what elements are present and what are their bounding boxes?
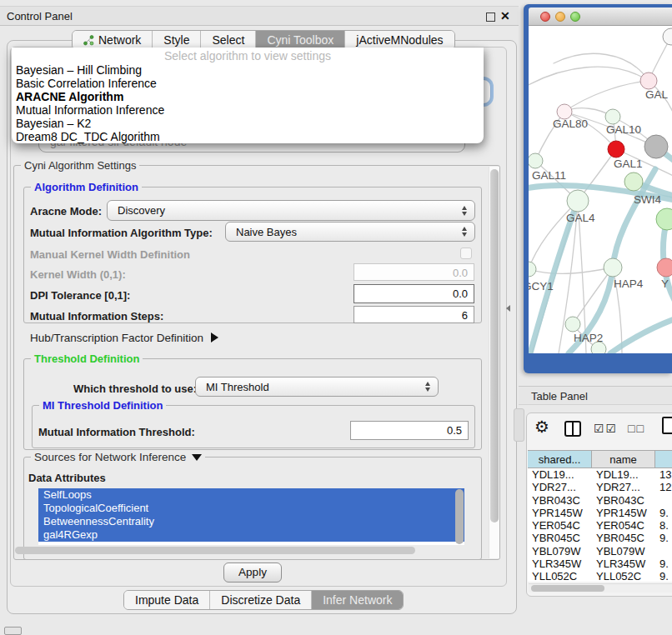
algorithm-option-aracne-algorithm[interactable]: ARACNE Algorithm bbox=[12, 90, 484, 103]
column-layout-icon[interactable] bbox=[564, 421, 581, 437]
table-row[interactable]: YBR045CYBR045C9. bbox=[528, 532, 672, 544]
algorithm-option-bayesian-k2[interactable]: Bayesian – K2 bbox=[12, 117, 484, 130]
network-window-titlebar bbox=[529, 8, 672, 26]
data-attribute-option-selfloops[interactable]: SelfLoops bbox=[38, 488, 464, 502]
table-row[interactable]: YDL19...YDL19...13 bbox=[528, 468, 672, 481]
gear-icon[interactable]: ⚙ bbox=[534, 418, 549, 435]
tab-cyni-toolbox-label: Cyni Toolbox bbox=[267, 33, 333, 47]
data-attribute-option-gal4rgexp[interactable]: gal4RGexp bbox=[38, 528, 464, 542]
aracne-mode-label: Aracne Mode: bbox=[30, 205, 102, 218]
tab-style[interactable]: Style bbox=[153, 31, 201, 49]
column-header-shared[interactable]: shared... bbox=[528, 450, 592, 468]
network-node-gal1[interactable] bbox=[608, 141, 624, 158]
table-cell bbox=[655, 494, 672, 507]
settings-scrollbar-thumb[interactable] bbox=[490, 169, 499, 522]
tab-select-label: Select bbox=[212, 33, 244, 47]
network-canvas[interactable]: GALGAL80GAL10GAL1GAL11SWI4GAL4GCY1HAP4YH… bbox=[529, 26, 672, 353]
attributes-vertical-scrollbar[interactable] bbox=[455, 489, 464, 544]
tab-jactivemnodules[interactable]: jActiveMNodules bbox=[345, 31, 454, 49]
which-threshold-label: Which threshold to use: bbox=[73, 382, 197, 395]
table-cell: YBL079W bbox=[592, 545, 655, 558]
kernel-width-field[interactable]: 0.0 bbox=[354, 263, 474, 281]
settings-group-title: Cyni Algorithm Settings bbox=[21, 159, 139, 172]
mi-type-label: Mutual Information Algorithm Type: bbox=[30, 227, 213, 239]
splitter-handle[interactable] bbox=[514, 408, 524, 442]
hub-definition-expander[interactable]: Hub/Transcription Factor Definition bbox=[30, 332, 218, 344]
table-panel-titlebar: Table Panel bbox=[519, 386, 672, 405]
table-row[interactable]: YER054CYER054C8. bbox=[528, 519, 672, 532]
data-attribute-option-betweennesscentrality[interactable]: BetweennessCentrality bbox=[38, 515, 464, 528]
node-attribute-table: shared...nameYDL19...YDL19...13YDR27...Y… bbox=[528, 450, 672, 582]
table-hscroll-thumb[interactable] bbox=[531, 585, 604, 592]
network-node-gal4[interactable] bbox=[567, 190, 589, 212]
table-cell: YBR043C bbox=[592, 494, 655, 507]
table-row[interactable]: YDR27...YDR27...12 bbox=[528, 481, 672, 493]
tab-discretize-data[interactable]: Discretize Data bbox=[210, 591, 312, 609]
mi-steps-field[interactable]: 6 bbox=[354, 306, 474, 323]
table-row[interactable]: YBR043CYBR043C bbox=[528, 494, 672, 507]
minimize-traffic-light-icon[interactable] bbox=[555, 12, 565, 22]
select-all-checkboxes-icon[interactable]: ☑☑ bbox=[594, 422, 618, 435]
close-icon[interactable]: ✕ bbox=[500, 9, 510, 22]
algorithm-option-basic-correlation-inference[interactable]: Basic Correlation Inference bbox=[12, 77, 484, 90]
network-node-gal11[interactable] bbox=[529, 153, 543, 168]
kernel-width-label: Kernel Width (0,1): bbox=[30, 268, 126, 281]
algorithm-option-bayesian-hill-climbing[interactable]: Bayesian – Hill Climbing bbox=[12, 63, 484, 77]
table-row[interactable]: YBL079WYBL079W bbox=[528, 545, 672, 558]
attributes-horizontal-scrollbar[interactable] bbox=[15, 547, 415, 554]
network-node-gcy1[interactable] bbox=[529, 262, 536, 277]
threshold-combobox[interactable]: MI Threshold bbox=[195, 377, 439, 397]
manual-kernel-checkbox[interactable] bbox=[460, 248, 472, 259]
network-node[interactable] bbox=[644, 135, 668, 158]
data-attributes-list[interactable]: SelfLoopsTopologicalCoefficientBetweenne… bbox=[38, 488, 464, 545]
splitter-collapse-icon[interactable] bbox=[506, 305, 510, 312]
float-panel-icon[interactable] bbox=[486, 12, 495, 22]
node-label-gal4: GAL4 bbox=[566, 212, 595, 224]
aracne-mode-combobox[interactable]: Discovery bbox=[107, 200, 475, 221]
bottom-tabs: Impute DataDiscretize DataInfer Network bbox=[123, 590, 404, 610]
threshold-combobox-value: MI Threshold bbox=[206, 381, 269, 393]
tab-cyni-toolbox[interactable]: Cyni Toolbox bbox=[256, 31, 345, 49]
column-header-name[interactable]: name bbox=[592, 450, 655, 468]
apply-button[interactable]: Apply bbox=[223, 562, 282, 582]
tab-impute-data[interactable]: Impute Data bbox=[124, 591, 210, 609]
network-node-gal10[interactable] bbox=[605, 109, 620, 124]
node-label-swi4: SWI4 bbox=[634, 193, 661, 206]
table-cell: 9. bbox=[655, 507, 672, 519]
node-label-gcy1: GCY1 bbox=[529, 280, 554, 292]
table-cell: 13 bbox=[655, 468, 672, 481]
data-attribute-option-topologicalcoefficient[interactable]: TopologicalCoefficient bbox=[38, 502, 464, 515]
network-node-swi4[interactable] bbox=[624, 172, 643, 191]
table-cell: YDL19... bbox=[592, 468, 655, 481]
network-node[interactable] bbox=[663, 28, 672, 45]
network-node-y[interactable] bbox=[657, 258, 672, 277]
table-row[interactable]: YLL052CYLL052C9. bbox=[528, 570, 672, 582]
network-node[interactable] bbox=[656, 208, 672, 230]
column-header-partial[interactable] bbox=[655, 450, 672, 468]
tab-infer-network[interactable]: Infer Network bbox=[312, 591, 403, 609]
zoom-traffic-light-icon[interactable] bbox=[570, 12, 580, 22]
network-icon bbox=[83, 35, 94, 46]
mi-threshold-field[interactable]: 0.5 bbox=[350, 421, 469, 440]
table-row[interactable]: YPR145WYPR145W9. bbox=[528, 507, 672, 519]
collapsed-panel-icon[interactable] bbox=[4, 627, 22, 635]
algorithm-option-mutual-information-inference[interactable]: Mutual Information Inference bbox=[12, 103, 484, 117]
table-cell: YLL052C bbox=[592, 570, 655, 582]
deselect-all-checkboxes-icon[interactable]: □□ bbox=[628, 422, 645, 435]
table-cell: YER054C bbox=[592, 519, 655, 532]
table-cell: 9. bbox=[655, 558, 672, 570]
algorithm-option-dream8-dc-tdc-algorithm[interactable]: Dream8 DC_TDC Algorithm bbox=[12, 130, 484, 143]
table-cell: YDR27... bbox=[592, 481, 655, 493]
sources-group-title[interactable]: Sources for Network Inference bbox=[31, 451, 205, 463]
table-row[interactable]: YLR345WYLR345W9. bbox=[528, 558, 672, 570]
mi-type-combobox[interactable]: Naive Bayes bbox=[225, 222, 475, 242]
tab-select[interactable]: Select bbox=[201, 31, 256, 49]
tab-network[interactable]: Network bbox=[73, 31, 153, 49]
file-icon[interactable] bbox=[662, 417, 672, 434]
network-node-hap4[interactable] bbox=[604, 258, 622, 277]
network-node-gal[interactable] bbox=[640, 72, 657, 89]
network-node-hap2[interactable] bbox=[565, 317, 580, 332]
close-traffic-light-icon[interactable] bbox=[540, 12, 550, 22]
table-cell: YBR043C bbox=[528, 494, 592, 507]
dpi-tolerance-field[interactable]: 0.0 bbox=[354, 284, 474, 303]
